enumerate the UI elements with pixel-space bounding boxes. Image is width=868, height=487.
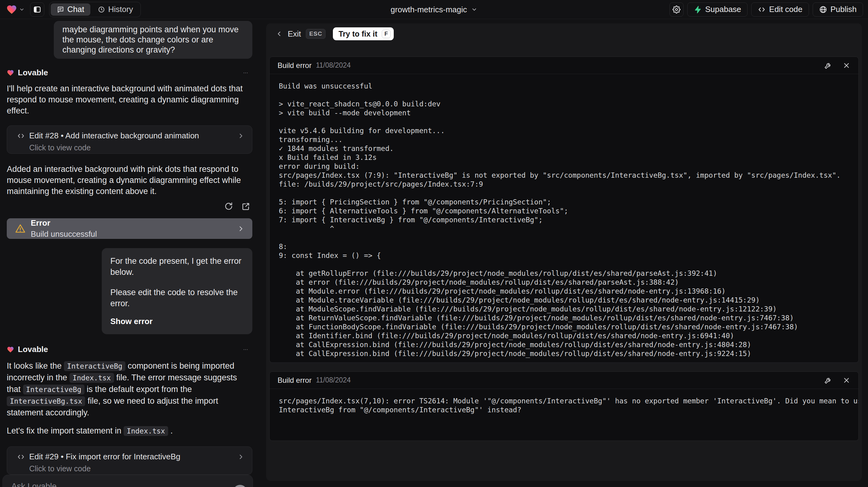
tab-history[interactable]: History [92,3,139,16]
publish-button[interactable]: Publish [813,2,863,17]
open-external-icon[interactable] [241,202,250,211]
assistant-message-text: I'll help create an interactive backgrou… [7,84,243,115]
assistant-message: I'll help create an interactive backgrou… [7,83,252,116]
inline-code: InteractiveBg [64,361,125,371]
panel-date: 11/08/2024 [316,61,351,69]
try-to-fix-button[interactable]: Try to fix it F [333,27,394,40]
error-card-title: Error [31,218,97,228]
assistant-name: Lovable [18,68,48,78]
show-error-link[interactable]: Show error [110,316,244,327]
assistant-message-text: Let's fix the import statement in [7,426,124,435]
inline-code: Index.tsx [124,426,168,436]
build-error-panel-1: Build error 11/08/2024 Build was unsucce… [269,57,859,363]
esc-key-badge: ESC [306,29,326,39]
preview-workspace: Exit ESC Try to fix it F Build error 11/… [266,23,862,481]
assistant-message-text: It looks like the [7,361,64,370]
user-message-text: Please edit the code to resolve the erro… [110,287,244,309]
assistant-message: It looks like the InteractiveBg componen… [7,360,252,419]
lovable-avatar-icon [7,346,14,353]
code-icon [17,132,25,140]
edit-card-29[interactable]: Edit #29 • Fix import error for Interact… [7,447,252,475]
assistant-header: Lovable ··· [7,345,252,354]
assistant-message: Let's fix the import statement in Index.… [7,425,252,436]
supabase-icon [694,5,702,13]
chat-composer: Attach Select Default [2,475,253,487]
panel-title: Build error [278,61,312,70]
refresh-icon[interactable] [224,202,233,211]
supabase-label: Supabase [705,5,741,14]
chevron-right-icon [237,225,245,233]
close-icon[interactable] [842,61,850,69]
assistant-message-text: . [168,426,173,435]
edit-code-button[interactable]: Edit code [751,2,809,17]
build-error-panel-2: Build error 11/08/2024 src/pages/Index.t… [269,371,859,441]
edit-card-title: Edit #28 • Add interactive background an… [29,131,199,141]
user-message-text: maybe diagramming points and when you mo… [62,25,239,54]
build-error-card[interactable]: Error Build unsuccessful [7,218,252,239]
chat-history-tab-group: Chat History [49,2,141,17]
code-icon [758,5,766,13]
f-key-badge: F [382,30,391,38]
chevron-right-icon [237,132,245,140]
lovable-logo[interactable] [6,4,25,15]
project-name[interactable]: growth-metrics-magic [391,5,467,14]
chat-bubble-icon [57,6,64,13]
fix-label: Try to fix it [338,30,377,38]
lovable-avatar-icon [7,69,14,77]
tab-history-label: History [108,5,133,14]
assistant-name: Lovable [18,345,48,354]
chat-panel: maybe diagramming points and when you mo… [0,19,257,487]
user-message: maybe diagramming points and when you mo… [54,21,252,59]
panel-left-icon [33,5,41,13]
build-log: src/pages/Index.tsx(7,10): error TS2614:… [270,389,859,422]
edit-card-subtitle: Click to view code [29,464,245,473]
top-bar: Chat History growth-metrics-magic Supaba… [0,0,868,19]
inline-code: Index.tsx [69,373,114,383]
send-button[interactable] [233,485,247,487]
tab-chat[interactable]: Chat [51,3,90,16]
publish-label: Publish [831,5,857,14]
tab-chat-label: Chat [67,5,84,14]
chevron-down-icon [19,7,25,12]
history-clock-icon [98,6,105,13]
more-menu-icon[interactable]: ··· [243,347,248,352]
wrench-icon[interactable] [824,61,832,69]
inline-code: InteractiveBg [23,385,85,394]
close-icon[interactable] [842,376,850,384]
warning-triangle-icon [15,223,26,234]
assistant-message: Added an interactive background with pin… [7,163,252,197]
panel-header: Build error 11/08/2024 [270,57,859,74]
wrench-icon[interactable] [824,376,832,384]
user-message-text: For the code present, I get the error be… [110,255,244,278]
project-chevron-down-icon[interactable] [471,6,477,12]
error-toolbar: Exit ESC Try to fix it F [266,23,862,40]
panel-date: 11/08/2024 [316,376,351,384]
exit-label: Exit [288,29,301,39]
edit-card-28[interactable]: Edit #28 • Add interactive background an… [7,125,252,154]
assistant-message-text: Added an interactive background with pin… [7,164,241,196]
exit-button[interactable]: Exit ESC [275,29,326,39]
edit-card-subtitle: Click to view code [29,143,245,152]
panel-header: Build error 11/08/2024 [270,372,859,389]
more-menu-icon[interactable]: ··· [243,70,248,75]
settings-button[interactable] [670,2,684,17]
chevron-left-icon [275,30,283,37]
message-actions [7,202,252,211]
chevron-right-icon [237,453,245,461]
user-message: For the code present, I get the error be… [102,248,252,334]
lovable-heart-icon [6,4,17,15]
edit-card-title: Edit #29 • Fix import error for Interact… [29,452,180,461]
assistant-header: Lovable ··· [7,68,252,78]
gear-icon [673,5,681,13]
edit-code-label: Edit code [769,5,802,14]
code-icon [17,453,25,461]
globe-icon [819,5,827,13]
supabase-button[interactable]: Supabase [687,2,747,17]
inline-code: InteractiveBg.tsx [7,396,85,406]
assistant-message-text: is the default export from the [85,385,192,394]
error-card-subtitle: Build unsuccessful [31,230,97,239]
sidebar-toggle-button[interactable] [30,2,44,17]
build-log: Build was unsuccessful > vite_react_shad… [270,74,859,363]
panel-title: Build error [278,376,312,385]
